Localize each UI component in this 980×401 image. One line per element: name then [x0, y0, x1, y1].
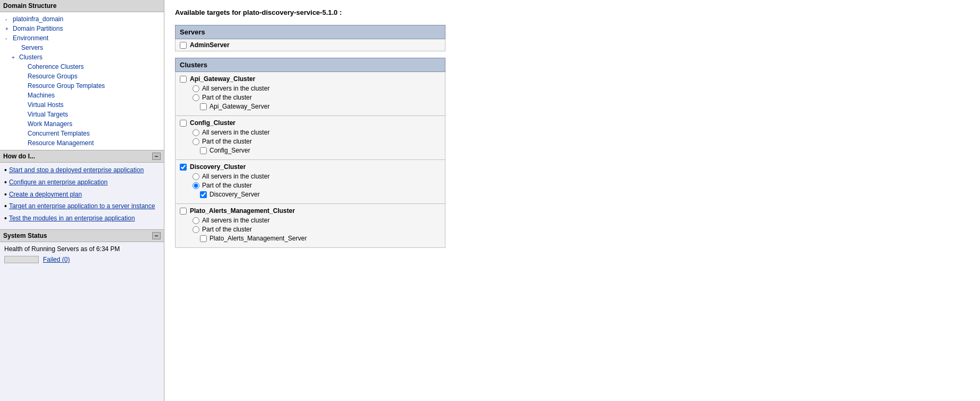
- tree-item-label: Coherence Clusters: [28, 63, 84, 70]
- howdoi-item: •Target an enterprise application to a s…: [4, 202, 160, 211]
- part-of-cluster-row: Part of the cluster: [192, 182, 441, 189]
- all-servers-radio[interactable]: [192, 217, 199, 224]
- server-checkbox[interactable]: [200, 235, 207, 242]
- server-option-row: Config_Server: [200, 147, 441, 154]
- howdoi-link[interactable]: Configure an enterprise application: [9, 178, 108, 187]
- all-servers-radio[interactable]: [192, 173, 199, 180]
- tree-item[interactable]: Virtual Hosts: [0, 100, 164, 110]
- domain-structure: Domain Structure - platoinfra_domain +Do…: [0, 0, 164, 150]
- howdoi-link[interactable]: Start and stop a deployed enterprise app…: [9, 166, 144, 175]
- tree-item-label: Environment: [13, 34, 48, 42]
- tree-item[interactable]: Resource Groups: [0, 72, 164, 81]
- cluster-checkbox[interactable]: [180, 120, 187, 127]
- part-of-cluster-radio[interactable]: [192, 94, 199, 101]
- cluster-name-row: Discovery_Cluster: [180, 163, 441, 171]
- tree-item[interactable]: Machines: [0, 91, 164, 100]
- part-of-cluster-label: Part of the cluster: [202, 138, 252, 145]
- tree-item-label: Domain Partitions: [13, 25, 63, 32]
- clusters-container: Api_Gateway_ClusterAll servers in the cl…: [176, 72, 445, 247]
- howdoi-item: •Test the modules in an enterprise appli…: [4, 214, 160, 223]
- part-of-cluster-radio[interactable]: [192, 138, 199, 145]
- tree-item[interactable]: Concurrent Templates: [0, 129, 164, 138]
- tree-item[interactable]: Coherence Clusters: [0, 62, 164, 72]
- tree-item-label: Clusters: [19, 54, 42, 61]
- howdoi-bullet: •: [4, 214, 7, 223]
- tree-expand-icon: +: [5, 26, 13, 32]
- clusters-header: Clusters: [176, 58, 445, 72]
- howdoi-link[interactable]: Test the modules in an enterprise applic…: [9, 214, 135, 223]
- howdoi-bullet: •: [4, 178, 7, 187]
- server-name: Plato_Alerts_Management_Server: [209, 235, 307, 242]
- part-of-cluster-radio[interactable]: [192, 182, 199, 189]
- cluster-checkbox[interactable]: [180, 164, 187, 171]
- howdoi-section: How do I... − •Start and stop a deployed…: [0, 150, 164, 230]
- cluster-name: Plato_Alerts_Management_Cluster: [190, 207, 295, 215]
- tree-expand-root: -: [5, 16, 13, 22]
- failed-link[interactable]: Failed (0): [43, 256, 70, 263]
- all-servers-label: All servers in the cluster: [202, 173, 269, 180]
- all-servers-row: All servers in the cluster: [192, 85, 441, 92]
- server-option-row: Discovery_Server: [200, 191, 441, 198]
- all-servers-radio[interactable]: [192, 129, 199, 136]
- server-checkbox[interactable]: [200, 103, 207, 110]
- tree-expand-icon: -: [5, 35, 13, 41]
- server-checkbox[interactable]: [200, 147, 207, 154]
- system-status-section: System Status − Health of Running Server…: [0, 230, 164, 401]
- server-checkbox[interactable]: [200, 191, 207, 198]
- servers-table: Servers AdminServer: [175, 25, 445, 51]
- cluster-item: Config_ClusterAll servers in the cluster…: [176, 115, 445, 159]
- part-of-cluster-row: Part of the cluster: [192, 138, 441, 145]
- howdoi-item: •Configure an enterprise application: [4, 178, 160, 187]
- cluster-item: Api_Gateway_ClusterAll servers in the cl…: [176, 72, 445, 115]
- tree-expand-icon: +: [12, 55, 19, 60]
- health-text: Health of Running Servers as of 6:34 PM: [4, 245, 160, 253]
- tree-item[interactable]: +Domain Partitions: [0, 24, 164, 33]
- server-name: Api_Gateway_Server: [209, 103, 269, 110]
- cluster-checkbox[interactable]: [180, 208, 187, 215]
- cluster-name: Api_Gateway_Cluster: [190, 75, 255, 83]
- tree-root[interactable]: - platoinfra_domain: [0, 14, 164, 24]
- tree-item-label: Resource Groups: [28, 73, 77, 80]
- system-status-collapse-btn[interactable]: −: [152, 232, 161, 239]
- howdoi-link[interactable]: Create a deployment plan: [9, 190, 82, 199]
- howdoi-title: How do I...: [3, 153, 35, 160]
- tree-item-label: Resource Management: [28, 139, 94, 147]
- cluster-name-row: Plato_Alerts_Management_Cluster: [180, 207, 441, 215]
- tree-item-label: Virtual Hosts: [28, 101, 64, 109]
- right-panel: Available targets for plato-discovery-se…: [164, 0, 980, 401]
- server-name: Config_Server: [209, 147, 250, 154]
- tree-item[interactable]: Virtual Targets: [0, 110, 164, 119]
- part-of-cluster-row: Part of the cluster: [192, 226, 441, 233]
- tree-item[interactable]: +Clusters: [0, 52, 164, 62]
- howdoi-item: •Create a deployment plan: [4, 190, 160, 199]
- servers-header: Servers: [176, 25, 445, 39]
- tree-item[interactable]: -Environment: [0, 33, 164, 43]
- cluster-item: Discovery_ClusterAll servers in the clus…: [176, 159, 445, 203]
- tree-item[interactable]: Servers: [0, 43, 164, 52]
- howdoi-bullet: •: [4, 166, 7, 175]
- tree-items: +Domain Partitions-EnvironmentServers+Cl…: [0, 24, 164, 148]
- tree-item[interactable]: Resource Management: [0, 138, 164, 148]
- status-row: Failed (0): [4, 256, 160, 263]
- all-servers-row: All servers in the cluster: [192, 129, 441, 136]
- tree-item-label: Resource Group Templates: [28, 82, 105, 90]
- admin-server-checkbox[interactable]: [180, 42, 187, 49]
- cluster-name-row: Api_Gateway_Cluster: [180, 75, 441, 83]
- clusters-table: Clusters Api_Gateway_ClusterAll servers …: [175, 58, 445, 248]
- domain-tree-container[interactable]: - platoinfra_domain +Domain Partitions-E…: [0, 12, 164, 150]
- left-panel: Domain Structure - platoinfra_domain +Do…: [0, 0, 164, 401]
- part-of-cluster-radio[interactable]: [192, 226, 199, 233]
- admin-server-cell: AdminServer: [176, 39, 445, 51]
- tree-item[interactable]: Resource Group Templates: [0, 81, 164, 91]
- howdoi-collapse-btn[interactable]: −: [152, 153, 161, 160]
- tree-item[interactable]: Work Managers: [0, 119, 164, 129]
- all-servers-radio[interactable]: [192, 85, 199, 92]
- part-of-cluster-label: Part of the cluster: [202, 94, 252, 101]
- all-servers-row: All servers in the cluster: [192, 173, 441, 180]
- part-of-cluster-row: Part of the cluster: [192, 94, 441, 101]
- cluster-checkbox[interactable]: [180, 76, 187, 83]
- cluster-item: Plato_Alerts_Management_ClusterAll serve…: [176, 203, 445, 247]
- admin-server-label[interactable]: AdminServer: [180, 41, 441, 49]
- tree-item-label: Virtual Targets: [28, 111, 68, 118]
- howdoi-link[interactable]: Target an enterprise application to a se…: [9, 202, 155, 211]
